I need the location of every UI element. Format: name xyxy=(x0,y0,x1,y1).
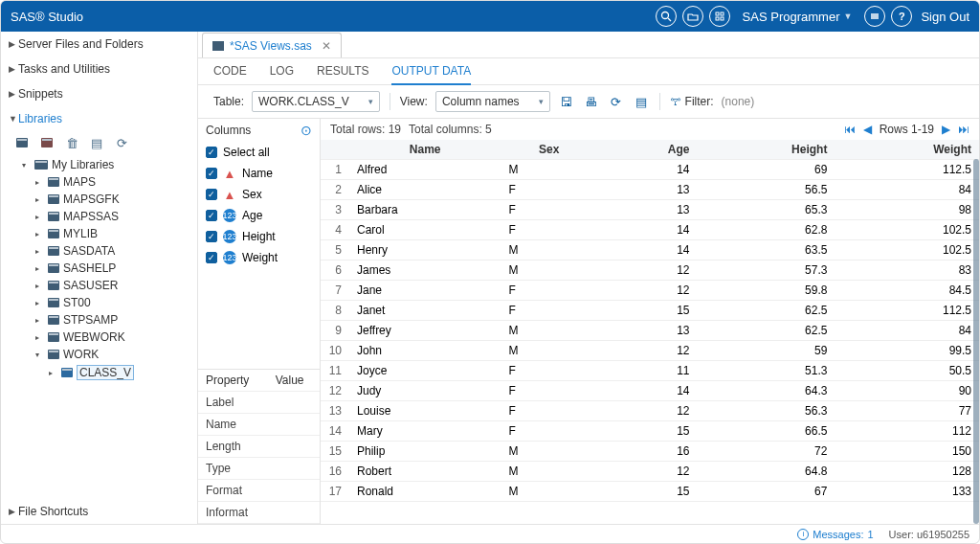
close-tab-icon[interactable]: ✕ xyxy=(322,39,331,53)
cell-weight: 77 xyxy=(835,401,979,421)
column-item-age[interactable]: ✓123Age xyxy=(198,205,320,226)
header-height[interactable]: Height xyxy=(698,140,835,160)
tree-lib-sasuser[interactable]: ▸SASUSER xyxy=(35,277,197,294)
tree-lib-webwork[interactable]: ▸WEBWORK xyxy=(35,329,197,346)
table-row[interactable]: 14MaryF1566.5112 xyxy=(321,421,979,442)
property-row-name[interactable]: Name xyxy=(198,414,320,436)
role-dropdown[interactable]: SAS Programmer ▼ xyxy=(743,10,853,24)
table-row[interactable]: 6JamesM1257.383 xyxy=(321,261,979,281)
table-row[interactable]: 9JeffreyM1362.584 xyxy=(321,321,979,341)
sidebar-section-fileshortcuts[interactable]: ▶File Shortcuts xyxy=(1,499,197,524)
tree-view-class-v[interactable]: ▸CLASS_V xyxy=(49,363,197,382)
table-row[interactable]: 2AliceF1356.584 xyxy=(321,180,979,200)
sidebar-section-snippets[interactable]: ▶Snippets xyxy=(1,81,197,106)
header-sex[interactable]: Sex xyxy=(501,140,597,160)
table-dropdown[interactable]: WORK.CLASS_V ▾ xyxy=(252,91,380,112)
cell-name: Janet xyxy=(349,301,501,321)
cell-name: John xyxy=(349,341,501,361)
table-row[interactable]: 17RonaldM1567133 xyxy=(321,482,979,502)
table-row[interactable]: 8JanetF1562.5112.5 xyxy=(321,301,979,321)
refresh-data-icon[interactable]: ⟳ xyxy=(608,93,625,110)
column-item-height[interactable]: ✓123Height xyxy=(198,226,320,247)
cell-name: Philip xyxy=(349,442,501,462)
more-options-icon[interactable] xyxy=(864,6,885,27)
cell-weight: 150 xyxy=(835,442,979,462)
table-row[interactable]: 7JaneF1259.884.5 xyxy=(321,281,979,301)
column-item-weight[interactable]: ✓123Weight xyxy=(198,247,320,268)
table-row[interactable]: 10JohnM125999.5 xyxy=(321,341,979,361)
library-icon xyxy=(48,281,59,290)
vertical-scrollbar[interactable] xyxy=(973,159,979,524)
cell-name: Barbara xyxy=(349,200,501,220)
property-row-informat[interactable]: Informat xyxy=(198,502,320,524)
trash-icon[interactable]: 🗑 xyxy=(64,135,79,150)
column-item-name[interactable]: ✓▲Name xyxy=(198,163,320,184)
delete-library-icon[interactable] xyxy=(39,135,55,150)
table-row[interactable]: 5HenryM1463.5102.5 xyxy=(321,240,979,261)
table-row[interactable]: 11JoyceF1151.350.5 xyxy=(321,361,979,381)
property-row-format[interactable]: Format xyxy=(198,480,320,502)
export-icon[interactable]: 🖫 xyxy=(558,93,575,110)
nav-next-icon[interactable]: ▶ xyxy=(942,123,950,136)
table-row[interactable]: 15PhilipM1672150 xyxy=(321,442,979,462)
property-row-label[interactable]: Label xyxy=(198,392,320,414)
checkbox-checked-icon: ✓ xyxy=(206,189,217,200)
svg-line-1 xyxy=(668,18,671,21)
header-name[interactable]: Name xyxy=(349,140,501,160)
search-icon[interactable] xyxy=(656,6,677,27)
property-row-length[interactable]: Length xyxy=(198,436,320,458)
nav-last-icon[interactable]: ⏭ xyxy=(958,123,969,136)
tree-lib-stpsamp[interactable]: ▸STPSAMP xyxy=(35,311,197,329)
signout-link[interactable]: Sign Out xyxy=(921,10,969,24)
column-select-all[interactable]: ✓ Select all xyxy=(198,142,320,163)
filter-control[interactable]: 🝖 Filter: xyxy=(670,95,714,108)
header-age[interactable]: Age xyxy=(597,140,697,160)
show-code-icon[interactable]: ▤ xyxy=(633,93,650,110)
tree-lib-sasdata[interactable]: ▸SASDATA xyxy=(35,242,197,260)
total-columns: Total columns: 5 xyxy=(409,123,492,136)
nav-first-icon[interactable]: ⏮ xyxy=(844,123,856,136)
new-library-icon[interactable] xyxy=(14,135,30,150)
sidebar-section-tasks[interactable]: ▶Tasks and Utilities xyxy=(1,57,197,81)
table-row[interactable]: 3BarbaraF1365.398 xyxy=(321,200,979,220)
grid-icon[interactable] xyxy=(709,6,730,27)
tree-my-libraries[interactable]: ▾My Libraries xyxy=(22,156,197,173)
table-row[interactable]: 13LouiseF1256.377 xyxy=(321,401,979,421)
nav-prev-icon[interactable]: ◀ xyxy=(863,123,872,136)
total-rows: Total rows: 19 xyxy=(330,123,401,136)
char-type-icon: ▲ xyxy=(223,188,236,201)
subtab-log[interactable]: LOG xyxy=(270,64,294,84)
subtab-output-data[interactable]: OUTPUT DATA xyxy=(391,64,471,85)
data-grid[interactable]: NameSexAgeHeightWeight 1AlfredM1469112.5… xyxy=(321,140,979,524)
print-icon[interactable]: 🖶 xyxy=(583,93,600,110)
checkbox-checked-icon: ✓ xyxy=(206,147,217,158)
sidebar-section-serverfiles[interactable]: ▶Server Files and Folders xyxy=(1,32,197,57)
column-item-sex[interactable]: ✓▲Sex xyxy=(198,184,320,205)
tree-lib-mylib[interactable]: ▸MYLIB xyxy=(35,225,197,242)
property-row-type[interactable]: Type xyxy=(198,458,320,480)
tree-lib-work[interactable]: ▾WORK xyxy=(35,346,197,363)
table-row[interactable]: 1AlfredM1469112.5 xyxy=(321,160,979,180)
columns-refresh-icon[interactable]: ⊙ xyxy=(301,123,312,138)
subtab-results[interactable]: RESULTS xyxy=(317,64,368,84)
header-weight[interactable]: Weight xyxy=(835,140,979,160)
tree-lib-mapsgfk[interactable]: ▸MAPSGFK xyxy=(35,191,197,208)
top-bar: SAS® Studio SAS Programmer ▼ ? Sign Out xyxy=(1,1,979,32)
folder-open-icon[interactable] xyxy=(682,6,703,27)
tree-lib-mapssas[interactable]: ▸MAPSSAS xyxy=(35,208,197,225)
help-icon[interactable]: ? xyxy=(891,6,912,27)
properties-icon[interactable]: ▤ xyxy=(89,135,104,150)
file-tab[interactable]: *SAS Views.sas ✕ xyxy=(202,33,342,57)
messages-indicator[interactable]: i Messages: 1 xyxy=(797,529,873,540)
view-dropdown[interactable]: Column names ▾ xyxy=(435,91,550,112)
tree-lib-sashelp[interactable]: ▸SASHELP xyxy=(35,260,197,277)
subtab-code[interactable]: CODE xyxy=(213,64,247,84)
tree-lib-st00[interactable]: ▸ST00 xyxy=(35,294,197,311)
table-row[interactable]: 16RobertM1264.8128 xyxy=(321,462,979,482)
property-name: Type xyxy=(198,458,268,480)
tree-lib-maps[interactable]: ▸MAPS xyxy=(35,173,197,191)
sidebar-section-libraries[interactable]: ▼Libraries xyxy=(1,106,197,131)
table-row[interactable]: 4CarolF1462.8102.5 xyxy=(321,220,979,240)
refresh-icon[interactable]: ⟳ xyxy=(114,135,129,150)
table-row[interactable]: 12JudyF1464.390 xyxy=(321,381,979,401)
